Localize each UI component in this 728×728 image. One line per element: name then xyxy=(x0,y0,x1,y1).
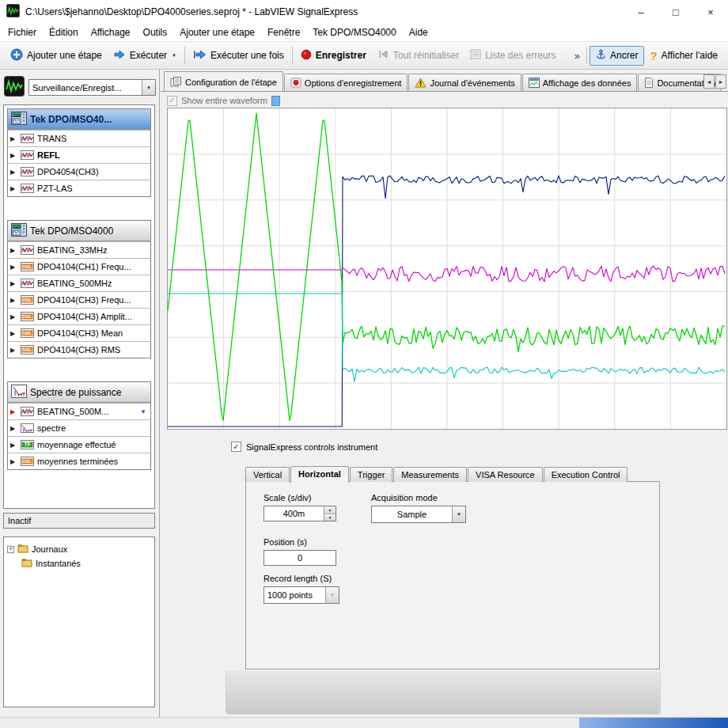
signalexpress-window: C:\Users\$jehanno\Desktop\DPO4000series.… xyxy=(0,0,728,728)
signal-item-label: BEATING_500MHz xyxy=(37,279,112,288)
scale-decrement-button[interactable]: ▼ xyxy=(324,514,336,521)
chevron-down-icon[interactable]: ▼ xyxy=(172,53,176,58)
instrument-tab-visa-resource[interactable]: VISA Resource xyxy=(468,467,543,482)
tab-scroll-left-button[interactable]: ◄ xyxy=(703,74,715,89)
instrument-tab-horizontal[interactable]: Horizontal xyxy=(290,466,349,483)
acquisition-mode-value: Sample xyxy=(372,510,452,519)
position-input[interactable]: 0 xyxy=(264,550,336,566)
signal-item-dpo4054-ch3[interactable]: ▶DPO4054(CH3) xyxy=(8,163,150,180)
close-button[interactable]: × xyxy=(693,0,728,24)
add-step-button[interactable]: Ajouter une étape xyxy=(5,45,108,66)
signal-item-dpo4104-ch3-frequ[interactable]: ▶DBLDPO4104(CH3) Frequ... xyxy=(8,291,150,308)
step-panel-header[interactable]: DPOTek DPO/MSO4000 xyxy=(8,221,150,241)
anchor-button[interactable]: Ancrer xyxy=(590,46,644,66)
run-icon xyxy=(113,49,126,63)
signal-item-beating-500m[interactable]: ▶BEATING_500M...▼ xyxy=(8,403,150,419)
chevron-down-icon[interactable]: ▼ xyxy=(142,80,155,95)
signal-item-dpo4104-ch3-mean[interactable]: ▶DBLDPO4104(CH3) Mean xyxy=(8,324,150,341)
toolbar-separator xyxy=(184,47,185,64)
tab-scroll-right-button[interactable]: ► xyxy=(715,74,726,89)
menu-fichier[interactable]: Fichier xyxy=(2,25,43,40)
reset-all-label: Tout réinitialiser xyxy=(393,50,459,61)
minimize-button[interactable]: – xyxy=(624,0,658,24)
signal-item-dpo4104-ch1-frequ[interactable]: ▶DBLDPO4104(CH1) Frequ... xyxy=(8,258,150,275)
signal-item-spectre[interactable]: ▶spectre xyxy=(8,419,150,436)
record-length-dropdown[interactable]: 1000 points ▼ xyxy=(264,586,339,604)
mode-dropdown[interactable]: Surveillance/Enregist... ▼ xyxy=(28,79,156,96)
waveform-icon xyxy=(21,167,34,176)
dbl-icon: DBL xyxy=(21,295,34,305)
scale-spinner[interactable]: 400m ▲ ▼ xyxy=(264,506,336,521)
chevron-down-icon[interactable]: ▼ xyxy=(140,408,148,415)
menu-tek-dpo-mso4000[interactable]: Tek DPO/MSO4000 xyxy=(306,25,402,40)
tab-options-d-enregistrement[interactable]: Options d'enregistrement xyxy=(284,74,408,91)
signal-item-moyennage-effectue[interactable]: ▶TFmoyennage effectué xyxy=(8,436,150,453)
tree-item-journaux[interactable]: +Journaux xyxy=(7,542,151,556)
waveform-chart[interactable] xyxy=(167,108,727,430)
toolbar-overflow-button[interactable]: » xyxy=(571,50,584,62)
instrument-tab-vertical[interactable]: Vertical xyxy=(245,467,290,482)
run-button[interactable]: Exécuter ▼ xyxy=(108,46,182,66)
signal-item-label: moyennage effectué xyxy=(37,440,116,449)
menu-edition[interactable]: Édition xyxy=(43,25,85,40)
menu-fenetre[interactable]: Fenêtre xyxy=(261,25,306,40)
svg-text:DBL: DBL xyxy=(22,314,32,319)
run-once-icon xyxy=(193,49,207,63)
dbl-icon: DBL xyxy=(21,345,34,355)
signal-item-pzt-las[interactable]: ▶PZT-LAS xyxy=(8,180,150,196)
window-bottom-strip xyxy=(0,717,728,728)
tab-affichage-des-donnees[interactable]: Affichage des données xyxy=(522,74,638,91)
controls-instrument-checkbox[interactable]: ✓ xyxy=(231,442,241,452)
check-icon: ✓ xyxy=(169,97,175,104)
spectrum-icon xyxy=(21,423,34,433)
record-button[interactable]: Enregistrer xyxy=(295,46,372,66)
signal-item-trans[interactable]: ▶TRANS xyxy=(8,130,150,146)
menu-ajouter-une-etape[interactable]: Ajouter une étape xyxy=(173,25,261,40)
anchor-label: Ancrer xyxy=(610,50,638,61)
error-list-button[interactable]: Liste des erreurs xyxy=(464,46,561,65)
controls-instrument-row: ✓ SignalExpress controls instrument xyxy=(231,442,377,452)
scale-label: Scale (s/div) xyxy=(264,493,336,502)
signal-item-dpo4104-ch3-amplit[interactable]: ▶DBLDPO4104(CH3) Amplit... xyxy=(8,308,150,324)
tab-label: Journal d'événements xyxy=(430,78,514,88)
instrument-tab-execution-control[interactable]: Execution Control xyxy=(544,467,628,482)
acquisition-mode-dropdown[interactable]: Sample ▼ xyxy=(371,506,466,523)
signal-icon xyxy=(4,76,25,99)
signal-item-dpo4104-ch3-rms[interactable]: ▶DBLDPO4104(CH3) RMS xyxy=(8,341,150,358)
menu-affichage[interactable]: Affichage xyxy=(85,25,137,40)
step-panel-header[interactable]: DPOTek DPO/MSO40... xyxy=(8,109,150,130)
menu-aide[interactable]: Aide xyxy=(403,25,434,40)
signal-item-label: BEATING_500M... xyxy=(37,407,108,416)
tab-journal-d-evenements[interactable]: Journal d'événements xyxy=(408,74,521,91)
tree-item-instantanes[interactable]: Instantanés xyxy=(7,556,151,571)
instrument-tab-trigger[interactable]: Trigger xyxy=(350,467,392,482)
instrument-tab-measurements[interactable]: Measurements xyxy=(393,467,467,482)
help-button[interactable]: ? Afficher l'aide xyxy=(644,46,723,66)
expander-plus-icon[interactable]: + xyxy=(7,546,14,553)
chevron-down-icon[interactable]: ▼ xyxy=(452,506,465,522)
step-panel-header[interactable]: Spectre de puissance xyxy=(8,382,150,403)
signal-item-beating-33mhz[interactable]: ▶BEATING_33MHz xyxy=(8,241,150,258)
tab-configuration-de-l-etape[interactable]: Configuration de l'étape xyxy=(164,71,283,91)
play-arrow-icon: ▶ xyxy=(10,297,17,304)
chevron-down-icon[interactable]: ▼ xyxy=(325,587,339,603)
record-length-value: 1000 points xyxy=(264,590,325,600)
check-icon: ✓ xyxy=(233,443,239,451)
run-once-button[interactable]: Exécuter une fois xyxy=(188,46,290,66)
maximize-button[interactable]: □ xyxy=(658,0,693,24)
signal-item-refl[interactable]: ▶REFL xyxy=(8,146,150,163)
run-once-label: Exécuter une fois xyxy=(210,50,284,61)
signal-item-label: DPO4104(CH3) Frequ... xyxy=(37,295,131,305)
play-arrow-icon: ▶ xyxy=(10,264,17,271)
reset-all-button[interactable]: Tout réinitialiser xyxy=(372,46,464,65)
show-entire-waveform-checkbox[interactable]: ✓ xyxy=(167,96,177,106)
menu-outils[interactable]: Outils xyxy=(137,25,174,40)
dpo-icon: DPO xyxy=(11,112,27,127)
run-label: Exécuter xyxy=(130,50,167,61)
signal-item-label: spectre xyxy=(37,423,66,433)
scale-increment-button[interactable]: ▲ xyxy=(324,506,336,514)
signal-item-label: REFL xyxy=(37,150,60,160)
signal-item-beating-500mhz[interactable]: ▶BEATING_500MHz xyxy=(8,275,150,291)
step-panel-title: Spectre de puissance xyxy=(30,387,121,398)
signal-item-moyennes-terminees[interactable]: ▶DBLmoyennes terminées xyxy=(8,453,150,469)
